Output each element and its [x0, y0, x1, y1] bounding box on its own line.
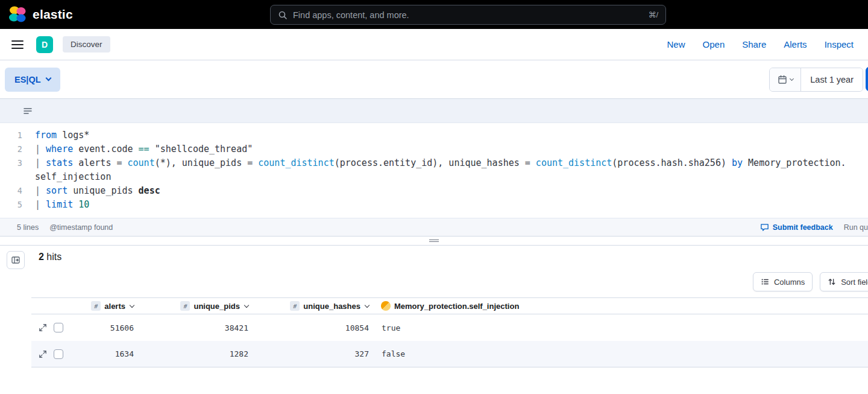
- code-line[interactable]: 1from logs*: [0, 129, 868, 142]
- column-header-unique_hashes[interactable]: #unique_hashes: [253, 301, 374, 311]
- sort-fields-button-label: Sort fields: [841, 278, 868, 287]
- panel-resize-handle[interactable]: [0, 237, 868, 245]
- esql-editor: 1from logs*2| where event.code == "shell…: [0, 98, 868, 237]
- esql-mode-button[interactable]: ES|QL: [5, 68, 60, 92]
- columns-button-label: Columns: [774, 278, 805, 287]
- nav-action-share[interactable]: Share: [742, 39, 766, 49]
- nav-action-open[interactable]: Open: [703, 39, 725, 49]
- token-pipe: |: [35, 199, 46, 210]
- elastic-logo-group[interactable]: elastic: [8, 5, 73, 24]
- token-str: "shellcode_thread": [155, 144, 253, 154]
- column-header-label: unique_pids: [193, 302, 240, 311]
- number-field-icon: #: [290, 301, 300, 311]
- token-kw: sort: [46, 185, 68, 196]
- token-txt: logs*: [57, 130, 89, 141]
- code-text: | sort unique_pids desc: [28, 184, 160, 198]
- number-field-icon: #: [91, 301, 101, 311]
- token-txt: alerts =: [73, 157, 127, 168]
- update-query-button[interactable]: [866, 67, 868, 91]
- results-left-rail: [0, 246, 31, 394]
- line-number: 3: [0, 156, 28, 170]
- code-line[interactable]: 4| sort unique_pids desc: [0, 184, 868, 198]
- nav-action-new[interactable]: New: [667, 39, 685, 49]
- code-text: | limit 10: [28, 198, 89, 212]
- expand-row-icon[interactable]: [39, 350, 47, 358]
- search-icon: [278, 10, 288, 20]
- token-pipe: |: [35, 185, 46, 196]
- column-header-label: unique_hashes: [303, 302, 360, 311]
- feedback-bubble-icon: [760, 223, 769, 232]
- grid-header: #alerts#unique_pids#unique_hashesMemory_…: [31, 297, 868, 314]
- timestamp-found-hint: @timestamp found: [49, 223, 113, 232]
- column-header-alerts[interactable]: #alerts: [74, 301, 139, 311]
- line-number: 1: [0, 129, 28, 142]
- cell-memory-protection: false: [374, 349, 868, 358]
- token-kw: from: [35, 130, 57, 141]
- code-lines[interactable]: 1from logs*2| where event.code == "shell…: [0, 123, 868, 218]
- results-main: 2 hits Columns Sort fields #alerts#uniqu: [31, 246, 868, 394]
- results-panel: 2 hits Columns Sort fields #alerts#uniqu: [0, 245, 868, 394]
- column-header-unique_pids[interactable]: #unique_pids: [139, 301, 253, 311]
- nav-action-alerts[interactable]: Alerts: [784, 39, 807, 49]
- submit-feedback-label: Submit feedback: [773, 223, 833, 232]
- app-navbar: D Discover NewOpenShareAlertsInspect: [0, 29, 868, 60]
- code-line[interactable]: 2| where event.code == "shellcode_thread…: [0, 142, 868, 156]
- code-text: self_injection: [28, 170, 111, 184]
- row-checkbox[interactable]: [54, 323, 63, 332]
- expand-row-icon[interactable]: [39, 323, 47, 332]
- token-kw: stats: [46, 157, 73, 168]
- time-range-button[interactable]: Last 1 year: [801, 68, 863, 91]
- code-text: | where event.code == "shellcode_thread": [28, 142, 253, 156]
- columns-button[interactable]: Columns: [753, 272, 813, 291]
- panel-toggle-icon: [11, 255, 20, 265]
- row-controls: [31, 349, 74, 359]
- run-query-button[interactable]: Run qu: [844, 223, 868, 232]
- cell-unique-hashes: 10854: [253, 323, 374, 332]
- logo-text: elastic: [33, 7, 73, 22]
- token-txt: (*), unique_pids =: [155, 157, 259, 168]
- nav-action-inspect[interactable]: Inspect: [825, 39, 854, 49]
- line-number: 2: [0, 142, 28, 156]
- hits-label: hits: [46, 252, 61, 262]
- token-txt: unique_pids: [68, 185, 138, 196]
- chevron-down-icon: [790, 77, 794, 81]
- query-toolbar: ES|QL Last 1 year: [0, 60, 868, 98]
- menu-hamburger-icon[interactable]: [11, 39, 24, 50]
- sort-fields-button[interactable]: Sort fields: [820, 272, 868, 291]
- nav-actions: NewOpenShareAlertsInspect: [667, 39, 857, 49]
- chevron-down-icon: [130, 302, 134, 307]
- quick-select-date-button[interactable]: [770, 68, 801, 91]
- global-search-input[interactable]: Find apps, content, and more. ⌘/: [270, 5, 666, 25]
- token-fn: count: [128, 157, 155, 168]
- toggle-sidebar-button[interactable]: [7, 251, 25, 269]
- code-text: | stats alerts = count(*), unique_pids =…: [28, 156, 846, 170]
- code-line[interactable]: 3| stats alerts = count(*), unique_pids …: [0, 156, 868, 170]
- token-txt: Memory_protection.: [743, 157, 846, 168]
- editor-menu-icon[interactable]: [23, 106, 33, 116]
- drag-handle-icon: [429, 240, 439, 240]
- search-placeholder: Find apps, content, and more.: [293, 10, 643, 20]
- code-line[interactable]: 5| limit 10: [0, 198, 868, 212]
- column-header-label: alerts: [104, 302, 125, 311]
- lines-count: 5 lines: [17, 223, 39, 232]
- chevron-down-icon: [365, 302, 370, 307]
- space-avatar[interactable]: D: [36, 36, 53, 53]
- cell-alerts: 1634: [74, 349, 139, 358]
- cell-memory-protection: true: [374, 323, 868, 332]
- token-kw: by: [732, 157, 743, 168]
- elastic-logo: [8, 5, 27, 24]
- column-header-Memory_protection.self_injection[interactable]: Memory_protection.self_injection: [374, 301, 868, 311]
- global-header: elastic Find apps, content, and more. ⌘/: [0, 0, 868, 29]
- submit-feedback-link[interactable]: Submit feedback: [760, 223, 833, 232]
- code-line[interactable]: self_injection: [0, 170, 868, 184]
- calendar-icon: [778, 75, 787, 84]
- column-header-label: Memory_protection.self_injection: [394, 302, 519, 311]
- chevron-down-icon: [244, 302, 249, 307]
- row-controls: [31, 323, 74, 332]
- sort-arrows-icon: [828, 278, 836, 286]
- drag-handle-icon: [429, 241, 439, 242]
- breadcrumb-discover[interactable]: Discover: [63, 36, 110, 52]
- row-checkbox[interactable]: [54, 349, 63, 359]
- list-icon: [761, 278, 769, 286]
- token-txt: [73, 199, 78, 210]
